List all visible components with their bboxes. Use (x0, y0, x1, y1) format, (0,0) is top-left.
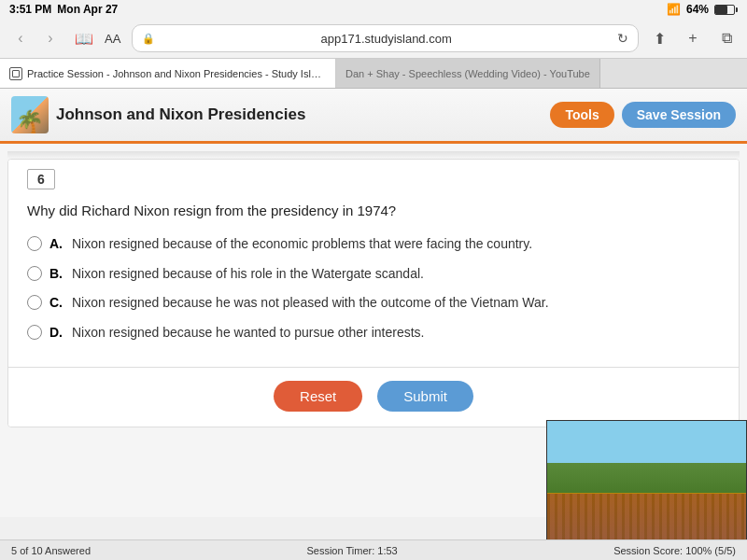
video-overlay[interactable] (546, 420, 747, 541)
tab-label-inactive: Dan + Shay - Speechless (Wedding Video) … (345, 68, 590, 79)
option-a[interactable]: A. Nixon resigned because of the economi… (27, 235, 720, 254)
tab-label-active: Practice Session - Johnson and Nixon Pre… (27, 68, 326, 79)
reset-button[interactable]: Reset (274, 381, 362, 412)
option-text-d: Nixon resigned because he wanted to purs… (72, 324, 424, 343)
timer-text: Session Timer: 1:53 (306, 545, 397, 556)
radio-b[interactable] (27, 266, 42, 281)
time-display: 3:51 PM (9, 3, 51, 16)
radio-d[interactable] (27, 325, 42, 340)
date-display: Mon Apr 27 (57, 3, 118, 16)
status-left: 3:51 PM Mon Apr 27 (9, 3, 118, 16)
radio-c[interactable] (27, 295, 42, 310)
score-text: Session Score: 100% (5/5) (613, 545, 736, 556)
logo-area: 🌴 Johnson and Nixon Presidencies (11, 96, 305, 133)
option-text-b: Nixon resigned because of his role in th… (72, 265, 424, 284)
option-d[interactable]: D. Nixon resigned because he wanted to p… (27, 324, 720, 343)
option-c[interactable]: C. Nixon resigned because he was not ple… (27, 294, 720, 313)
battery-indicator (714, 5, 738, 15)
forward-button[interactable]: › (37, 25, 63, 51)
tab-bar: Practice Session - Johnson and Nixon Pre… (0, 59, 747, 89)
submit-button[interactable]: Submit (377, 381, 473, 412)
address-bar[interactable]: 🔒 app171.studyisland.com ↻ (132, 24, 639, 52)
browser-toolbar: ‹ › 📖 AA 🔒 app171.studyisland.com ↻ ⬆ + … (0, 19, 747, 59)
option-letter-d: D. (49, 324, 64, 343)
option-letter-c: C. (49, 294, 64, 313)
progress-text: 5 of 10 Answered (11, 545, 91, 556)
battery-percent: 64% (686, 3, 709, 16)
wifi-icon: 📶 (667, 3, 681, 16)
option-b[interactable]: B. Nixon resigned because of his role in… (27, 265, 720, 284)
lock-icon: 🔒 (142, 33, 155, 45)
tools-button[interactable]: Tools (550, 102, 613, 128)
back-button[interactable]: ‹ (7, 25, 34, 51)
action-buttons: Reset Submit (8, 368, 739, 427)
option-text-a: Nixon resigned because of the economic p… (72, 235, 532, 254)
reload-icon[interactable]: ↻ (617, 31, 628, 46)
question-text: Why did Richard Nixon resign from the pr… (27, 201, 720, 220)
question-number: 6 (27, 169, 55, 189)
page-title: Johnson and Nixon Presidencies (56, 105, 305, 124)
tab-youtube[interactable]: Dan + Shay - Speechless (Wedding Video) … (336, 59, 600, 88)
si-logo: 🌴 (11, 96, 49, 133)
tab-study-island[interactable]: Practice Session - Johnson and Nixon Pre… (0, 59, 336, 88)
nav-buttons: ‹ › (7, 25, 63, 51)
question-card: 6 Why did Richard Nixon resign from the … (7, 159, 740, 427)
question-area: 6 Why did Richard Nixon resign from the … (8, 160, 739, 368)
add-tab-icon[interactable]: + (680, 25, 706, 51)
radio-a[interactable] (27, 236, 42, 251)
video-thumbnail (547, 421, 746, 540)
tab-icon (9, 67, 22, 80)
url-text: app171.studyisland.com (161, 32, 612, 46)
tabs-icon[interactable]: ⧉ (713, 25, 740, 51)
status-right: 📶 64% (667, 3, 738, 16)
header-buttons: Tools Save Session (550, 102, 736, 128)
option-letter-a: A. (49, 235, 64, 254)
save-session-button[interactable]: Save Session (622, 102, 736, 128)
browser-actions: ⬆ + ⧉ (646, 25, 740, 51)
option-letter-b: B. (49, 265, 64, 284)
share-icon[interactable]: ⬆ (646, 25, 672, 51)
video-scene (547, 421, 746, 540)
status-bar: 3:51 PM Mon Apr 27 📶 64% (0, 0, 747, 19)
option-text-c: Nixon resigned because he was not please… (72, 294, 549, 313)
palm-tree-icon: 🌴 (16, 111, 44, 133)
si-header: 🌴 Johnson and Nixon Presidencies Tools S… (0, 89, 747, 144)
top-shadow (7, 151, 740, 159)
bottom-bar: 5 of 10 Answered Session Timer: 1:53 Ses… (0, 539, 747, 560)
aa-text[interactable]: AA (105, 32, 120, 46)
video-crowd (547, 494, 746, 540)
reader-icon[interactable]: 📖 (71, 25, 97, 51)
